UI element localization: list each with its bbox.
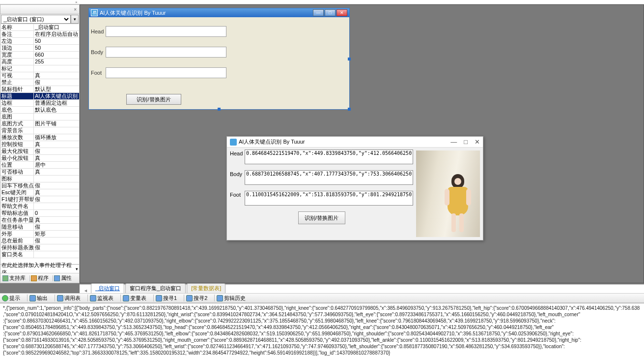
- runtime-image: [416, 150, 480, 237]
- property-row[interactable]: 顶边50: [0, 45, 79, 52]
- property-row[interactable]: 最小化按钮真: [0, 155, 79, 162]
- field-label: Foot: [230, 191, 245, 198]
- design-body[interactable]: FootBodyHead 识别/替换图片: [89, 17, 349, 109]
- tab-lib[interactable]: 支持库: [9, 274, 26, 282]
- tool-icon: [123, 295, 129, 301]
- property-row[interactable]: 背景音乐: [0, 127, 79, 134]
- panel-close-icon[interactable]: ×: [75, 0, 79, 4]
- property-row[interactable]: 标记: [0, 65, 79, 72]
- left-bottom-tabs: 支持库 程序 属性: [0, 273, 79, 283]
- document-tab[interactable]: _启动窗口: [91, 283, 124, 293]
- text-input[interactable]: [106, 67, 226, 78]
- field-label: Head: [91, 29, 106, 34]
- tool-icon: [57, 295, 63, 301]
- close-icon[interactable]: ✕: [336, 9, 347, 16]
- property-row[interactable]: Esc键关闭真: [0, 189, 79, 196]
- tool-icon: [186, 295, 193, 301]
- resize-handle-corner[interactable]: [348, 108, 351, 111]
- property-row[interactable]: 总在最前假: [0, 238, 79, 244]
- design-form[interactable]: 易 AI人体关键点识别 By Tuuur — □ ✕ FootBodyHead …: [88, 8, 350, 110]
- property-row[interactable]: F1键打开帮助假: [0, 196, 79, 203]
- property-row[interactable]: 控制按钮真: [0, 141, 79, 148]
- bottom-toolbar: 提示 输出调用表监视表变量表搜寻1搜寻2剪辑历史: [0, 293, 644, 303]
- left-panel: × _启动窗口 (窗口) ▾ 名称_启动窗口备注在程序启动后自动左边50顶边50…: [0, 4, 80, 283]
- resize-handle-right[interactable]: [348, 58, 351, 60]
- property-row[interactable]: 窗口类名: [0, 251, 79, 258]
- toolbar-item[interactable]: 输出: [29, 295, 48, 302]
- tool-icon: [29, 295, 36, 301]
- property-row[interactable]: 备注在程序启动后自动: [0, 31, 79, 38]
- runtime-field-row: Foot0.1100315451622009,"x":513.818359375…: [230, 191, 413, 206]
- hint-button[interactable]: 提示: [2, 295, 20, 302]
- property-row[interactable]: 可视真: [0, 72, 79, 79]
- runtime-titlebar[interactable]: AI人体关键点识别 By Tuuur — □ ✕: [227, 137, 483, 148]
- close-icon[interactable]: ✕: [475, 138, 480, 146]
- property-row[interactable]: 底色默认底色: [0, 107, 79, 114]
- toolbar-item[interactable]: 搜寻2: [186, 295, 207, 302]
- prog-icon: [31, 275, 37, 281]
- resize-handle-bottom[interactable]: [218, 108, 221, 111]
- object-combo[interactable]: _启动窗口 (窗口): [1, 15, 71, 24]
- property-row[interactable]: 高度255: [0, 59, 79, 65]
- recognize-button[interactable]: 识别/替换图片: [126, 94, 181, 105]
- field-label: Body: [230, 170, 245, 177]
- tool-icon: [156, 295, 162, 301]
- event-selector[interactable]: 在此处选择加入事件处理子程序 ▾: [0, 264, 79, 273]
- property-row[interactable]: 边框普通固定边框: [0, 100, 79, 107]
- prop-icon: [54, 275, 60, 281]
- tab-prog[interactable]: 程序: [38, 274, 49, 282]
- property-grid[interactable]: 名称_启动窗口备注在程序启动后自动左边50顶边50宽度660高度255标记可视真…: [0, 24, 79, 264]
- maximize-icon[interactable]: □: [464, 138, 468, 146]
- property-row[interactable]: 左边50: [0, 38, 79, 45]
- toolbar-item[interactable]: 搜寻1: [156, 295, 177, 302]
- runtime-title-text: AI人体关键点识别 By Tuuur: [239, 138, 305, 146]
- text-output[interactable]: 0.1100315451622009,"x":513.8183593750,"y…: [245, 191, 413, 206]
- property-row[interactable]: 随意移动假: [0, 224, 79, 231]
- property-row[interactable]: 在任务条中显示真: [0, 217, 79, 224]
- property-row[interactable]: 回车下移焦点假: [0, 182, 79, 189]
- toolbar-item[interactable]: 监视表: [90, 295, 113, 302]
- maximize-icon[interactable]: □: [325, 9, 336, 16]
- design-title-text: AI人体关键点识别 By Tuuur: [100, 9, 166, 17]
- property-row[interactable]: 底图: [0, 114, 79, 120]
- property-row[interactable]: 名称_启动窗口: [0, 24, 79, 31]
- minimize-icon[interactable]: —: [313, 9, 324, 16]
- tab-scroll-left-icon[interactable]: ◄: [84, 288, 88, 293]
- toolbar-item[interactable]: 剪辑历史: [217, 295, 246, 302]
- text-input[interactable]: [106, 47, 226, 58]
- property-row[interactable]: 宽度660: [0, 52, 79, 59]
- panel-close-icon[interactable]: ×: [72, 7, 78, 12]
- toolbar-item[interactable]: 变量表: [123, 295, 146, 302]
- toolbar-item[interactable]: 调用表: [57, 295, 81, 302]
- text-input[interactable]: [106, 26, 226, 37]
- runtime-left-panel: Head0.8646845221519470,"x":449.833984375…: [227, 148, 416, 240]
- question-icon: [2, 295, 8, 301]
- property-row[interactable]: 鼠标指针默认型: [0, 86, 79, 93]
- property-row[interactable]: 禁止假: [0, 79, 79, 86]
- property-row[interactable]: 帮助标志值0: [0, 210, 79, 217]
- tab-prop[interactable]: 属性: [61, 274, 72, 282]
- property-row[interactable]: 可否移动真: [0, 169, 79, 176]
- text-output[interactable]: 0.8646845221519470,"x":449.8339843750,"y…: [245, 149, 413, 164]
- property-row[interactable]: 标题AI人体关键点识别: [0, 93, 79, 100]
- property-row[interactable]: 外形矩形: [0, 231, 79, 238]
- runtime-field-row: Body0.6887301206588745,"x":407.177734375…: [230, 170, 413, 185]
- property-row[interactable]: 底图方式图片平铺: [0, 120, 79, 127]
- left-panel-header: ×: [0, 5, 79, 14]
- field-label: Body: [91, 49, 106, 55]
- output-pane[interactable]: *,{"person_num":1,"person_info":[{"body_…: [0, 303, 644, 358]
- property-row[interactable]: 最大化按钮假: [0, 148, 79, 155]
- property-row[interactable]: 帮助文件名: [0, 203, 79, 210]
- field-label: Foot: [91, 70, 106, 76]
- document-tab[interactable]: 窗口程序集_启动窗口: [125, 283, 186, 293]
- property-row[interactable]: 保持标题条激活假: [0, 244, 79, 251]
- combo-down-icon[interactable]: ▾: [71, 15, 79, 24]
- output-text: *,{"person_num":1,"person_info":[{"body_…: [3, 305, 640, 356]
- property-row[interactable]: 位置居中: [0, 162, 79, 169]
- recognize-button[interactable]: 识别/替换图片: [298, 211, 345, 224]
- document-tab[interactable]: [常量数据表]: [187, 283, 225, 293]
- property-row[interactable]: 播放次数循环播放: [0, 134, 79, 141]
- minimize-icon[interactable]: —: [450, 138, 457, 146]
- property-row[interactable]: 图标: [0, 176, 79, 182]
- text-output[interactable]: 0.6887301206588745,"x":407.1777343750,"y…: [245, 170, 413, 185]
